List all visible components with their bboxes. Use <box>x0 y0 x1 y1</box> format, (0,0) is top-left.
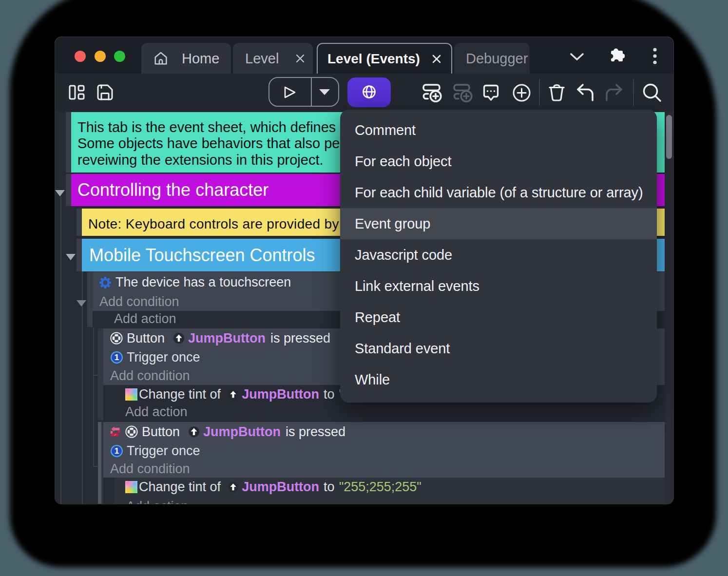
svg-text:1: 1 <box>115 446 119 456</box>
svg-text:1: 1 <box>115 352 119 362</box>
